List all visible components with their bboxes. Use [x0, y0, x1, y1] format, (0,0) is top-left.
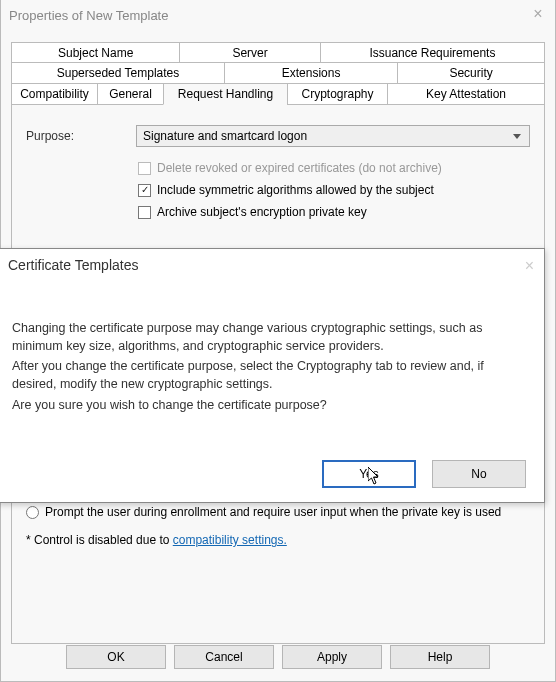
dialog-line3: Are you sure you wish to change the cert… [12, 396, 530, 414]
tab-superseded-templates[interactable]: Superseded Templates [11, 62, 224, 84]
dialog-button-row: Yes No [322, 460, 526, 488]
check-icon: ✓ [141, 185, 149, 195]
apply-button[interactable]: Apply [282, 645, 382, 669]
close-icon[interactable]: × [529, 6, 547, 24]
dialog-line1: Changing the certificate purpose may cha… [12, 319, 530, 355]
dialog-title: Certificate Templates [8, 257, 138, 275]
dialog-line2: After you change the certificate purpose… [12, 357, 530, 393]
compatibility-settings-link[interactable]: compatibility settings. [173, 533, 287, 547]
properties-window: Properties of New Template × Subject Nam… [0, 0, 556, 682]
tab-extensions[interactable]: Extensions [224, 62, 397, 84]
checkbox-archive-key[interactable] [138, 206, 151, 219]
tab-security[interactable]: Security [397, 62, 545, 84]
check-label-include-symmetric: Include symmetric algorithms allowed by … [157, 183, 434, 197]
yes-label: Yes [359, 467, 379, 481]
cancel-button[interactable]: Cancel [174, 645, 274, 669]
tab-key-attestation[interactable]: Key Attestation [387, 83, 545, 105]
ok-button[interactable]: OK [66, 645, 166, 669]
tab-compatibility[interactable]: Compatibility [11, 83, 97, 105]
purpose-select[interactable]: Signature and smartcard logon [136, 125, 530, 147]
tab-subject-name[interactable]: Subject Name [11, 42, 179, 63]
checkbox-include-symmetric[interactable]: ✓ [138, 184, 151, 197]
yes-button[interactable]: Yes [322, 460, 416, 488]
help-button[interactable]: Help [390, 645, 490, 669]
tab-request-handling[interactable]: Request Handling [163, 83, 287, 105]
titlebar: Properties of New Template × [1, 0, 555, 30]
check-label-delete-revoked: Delete revoked or expired certificates (… [157, 161, 442, 175]
disabled-note: * Control is disabled due to compatibili… [26, 533, 530, 547]
no-button[interactable]: No [432, 460, 526, 488]
purpose-value: Signature and smartcard logon [143, 129, 307, 143]
tab-cryptography[interactable]: Cryptography [287, 83, 387, 105]
radio-prompt-enroll-require[interactable] [26, 506, 39, 519]
tab-server[interactable]: Server [179, 42, 319, 63]
dialog-titlebar: Certificate Templates × [0, 249, 544, 283]
dialog-body: Changing the certificate purpose may cha… [0, 283, 544, 414]
tab-general[interactable]: General [97, 83, 163, 105]
checkbox-delete-revoked [138, 162, 151, 175]
confirm-dialog: Certificate Templates × Changing the cer… [0, 248, 545, 503]
tab-issuance-requirements[interactable]: Issuance Requirements [320, 42, 545, 63]
check-label-archive-key: Archive subject's encryption private key [157, 205, 367, 219]
disabled-note-prefix: * Control is disabled due to [26, 533, 173, 547]
window-title: Properties of New Template [9, 8, 168, 23]
dialog-close-icon[interactable]: × [525, 257, 534, 275]
purpose-label: Purpose: [26, 129, 106, 143]
radio-label-prompt-enroll-require: Prompt the user during enrollment and re… [45, 505, 501, 519]
button-row: OK Cancel Apply Help [1, 637, 555, 677]
